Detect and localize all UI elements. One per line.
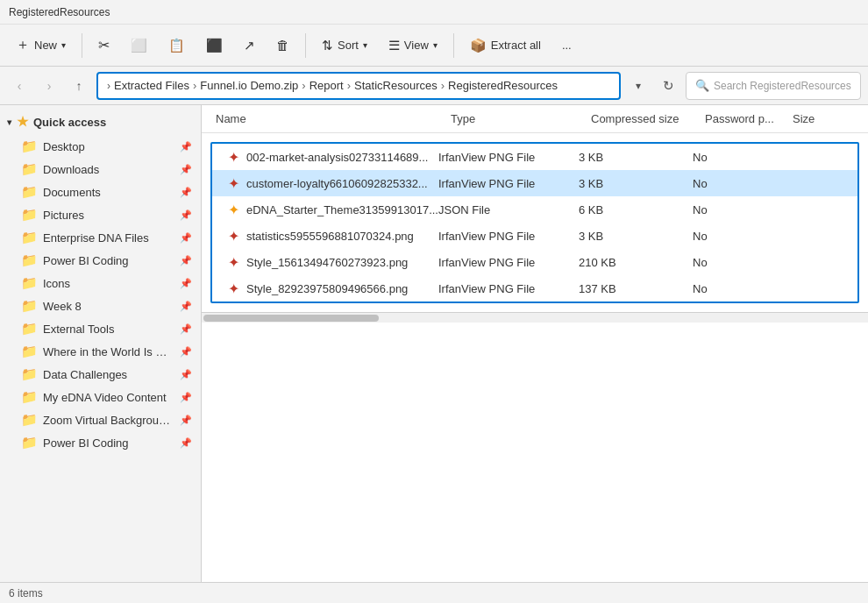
file-name-cell: ✦ Style_15613494760273923.png (228, 254, 438, 271)
table-row[interactable]: ✦ statistics5955596881070324.png IrfanVi… (212, 223, 857, 249)
data-pin-icon: 📌 (180, 369, 192, 380)
file-type-icon: ✦ (228, 254, 239, 271)
file-name-cell: ✦ 002-market-analysis02733114689... (228, 149, 438, 166)
view-button[interactable]: ☰ View ▾ (380, 30, 446, 61)
file-compressed-size: 137 KB (579, 282, 693, 295)
file-name-cell: ✦ customer-loyalty66106092825332... (228, 175, 438, 192)
sidebar-item-data-challenges[interactable]: 📁 Data Challenges 📌 (2, 363, 199, 386)
downloads-pin-icon: 📌 (180, 164, 192, 175)
sort-button[interactable]: ⇅ Sort ▾ (313, 30, 376, 61)
sidebar-item-desktop[interactable]: 📁 Desktop 📌 (2, 135, 199, 158)
scrollbar-thumb[interactable] (203, 315, 379, 322)
breadcrumb-registered: RegisteredResources (448, 79, 558, 92)
extract-all-label: Extract all (491, 39, 541, 52)
rename-icon: ⬛ (206, 38, 223, 53)
powerbi2-pin-icon: 📌 (180, 437, 192, 449)
quick-access-section[interactable]: ▾ ★ Quick access (0, 109, 201, 135)
sidebar-item-external-tools[interactable]: 📁 External Tools 📌 (2, 317, 199, 340)
zoom-pin-icon: 📌 (180, 415, 192, 426)
table-row[interactable]: ✦ Style_15613494760273923.png IrfanView … (212, 249, 857, 275)
sidebar-item-week8[interactable]: 📁 Week 8 📌 (2, 294, 199, 317)
col-type[interactable]: Type (451, 109, 591, 129)
sidebar-item-pictures[interactable]: 📁 Pictures 📌 (2, 203, 199, 226)
breadcrumb-static: StaticResources (354, 79, 438, 92)
title-bar: RegisteredResources (0, 0, 868, 25)
file-type-icon: ✦ (228, 202, 239, 218)
file-name-text: 002-market-analysis02733114689... (246, 151, 428, 164)
where-folder-icon: 📁 (21, 344, 38, 359)
file-list-header: Name Type Compressed size Password p... … (202, 105, 868, 133)
sidebar-label-pictures: Pictures (43, 209, 174, 222)
table-row[interactable]: ✦ customer-loyalty66106092825332... Irfa… (212, 170, 857, 196)
sidebar-item-power-bi-coding[interactable]: 📁 Power BI Coding 📌 (2, 249, 199, 272)
quick-access-label: Quick access (33, 116, 106, 129)
file-password: No (693, 203, 780, 216)
file-name-cell: ✦ statistics5955596881070324.png (228, 228, 438, 245)
sidebar-item-zoom-backgrounds[interactable]: 📁 Zoom Virtual Backgrounds 📌 (2, 408, 199, 431)
pictures-folder-icon: 📁 (21, 207, 38, 223)
file-type-icon: ✦ (228, 175, 239, 192)
address-expand-button[interactable]: ▾ (626, 74, 651, 98)
delete-button[interactable]: 🗑 (267, 30, 298, 61)
week8-pin-icon: 📌 (180, 301, 192, 312)
sidebar-label-data: Data Challenges (43, 368, 174, 381)
up-button[interactable]: ↑ (67, 74, 91, 98)
forward-button[interactable]: › (37, 74, 61, 98)
sidebar-label-icons: Icons (43, 277, 174, 290)
col-compressed-size[interactable]: Compressed size (591, 109, 705, 129)
col-name[interactable]: Name (216, 109, 451, 129)
sidebar-label-edna: My eDNA Video Content (43, 391, 174, 404)
sidebar-item-enterprise-dna[interactable]: 📁 Enterprise DNA Files 📌 (2, 226, 199, 249)
search-icon: 🔍 (695, 79, 709, 92)
paste-button[interactable]: 📋 (160, 30, 194, 61)
file-name-text: Style_82923975809496566.png (246, 282, 408, 295)
back-button[interactable]: ‹ (7, 74, 32, 98)
status-bar: 6 items (0, 582, 868, 603)
sidebar-label-enterprise: Enterprise DNA Files (43, 231, 174, 245)
sidebar-label-powerbi2: Power BI Coding (43, 436, 174, 450)
sidebar-item-icons[interactable]: 📁 Icons 📌 (2, 272, 199, 294)
new-button[interactable]: ＋ New ▾ (7, 30, 75, 61)
toolbar: ＋ New ▾ ✂ ⬜ 📋 ⬛ ↗ 🗑 ⇅ Sort ▾ ☰ View ▾ 📦 … (0, 25, 868, 67)
extract-all-button[interactable]: 📦 Extract all (461, 30, 550, 61)
table-row[interactable]: ✦ 002-market-analysis02733114689... Irfa… (212, 144, 857, 170)
view-label: View (404, 39, 429, 52)
sidebar-item-my-edna[interactable]: 📁 My eDNA Video Content 📌 (2, 386, 199, 408)
table-row[interactable]: ✦ Style_82923975809496566.png IrfanView … (212, 275, 857, 302)
col-password[interactable]: Password p... (705, 109, 793, 129)
file-type: IrfanView PNG File (438, 177, 579, 190)
file-compressed-size: 6 KB (579, 203, 693, 216)
paste-icon: 📋 (168, 38, 185, 53)
more-button[interactable]: ... (553, 30, 580, 61)
table-row[interactable]: ✦ eDNA_Starter_Theme31359913017... JSON … (212, 196, 857, 223)
documents-folder-icon: 📁 (21, 184, 38, 200)
more-icon: ... (562, 39, 572, 52)
sep3: › (347, 79, 351, 92)
sidebar-item-power-bi-coding2[interactable]: 📁 Power BI Coding 📌 (2, 431, 199, 454)
file-compressed-size: 210 KB (579, 256, 693, 269)
file-name-text: Style_15613494760273923.png (246, 256, 408, 269)
sort-caret-icon: ▾ (363, 40, 367, 50)
refresh-button[interactable]: ↻ (656, 74, 680, 98)
main-layout: ▾ ★ Quick access 📁 Desktop 📌 📁 Downloads… (0, 105, 868, 582)
cut-button[interactable]: ✂ (89, 30, 118, 61)
sep2: › (302, 79, 305, 92)
address-box[interactable]: › Extracted Files › Funnel.io Demo.zip ›… (96, 72, 621, 100)
edna-pin-icon: 📌 (180, 392, 192, 403)
col-size[interactable]: Size (793, 109, 854, 129)
file-password: No (693, 230, 780, 243)
copy-button[interactable]: ⬜ (122, 30, 156, 61)
share-button[interactable]: ↗ (235, 30, 264, 61)
sidebar-item-documents[interactable]: 📁 Documents 📌 (2, 181, 199, 203)
quick-access-collapse-icon: ▾ (7, 117, 11, 127)
sidebar-label-week8: Week 8 (43, 300, 174, 313)
cut-icon: ✂ (98, 37, 110, 53)
search-box[interactable]: 🔍 Search RegisteredResources (686, 72, 861, 100)
horizontal-scrollbar[interactable] (202, 312, 868, 323)
edna-folder-icon: 📁 (21, 389, 38, 405)
sep1: › (193, 79, 196, 92)
sidebar-item-where-world[interactable]: 📁 Where in the World Is Enterpr... 📌 (2, 340, 199, 363)
rename-button[interactable]: ⬛ (197, 30, 231, 61)
file-name-text: eDNA_Starter_Theme31359913017... (246, 203, 438, 216)
sidebar-item-downloads[interactable]: 📁 Downloads 📌 (2, 158, 199, 181)
